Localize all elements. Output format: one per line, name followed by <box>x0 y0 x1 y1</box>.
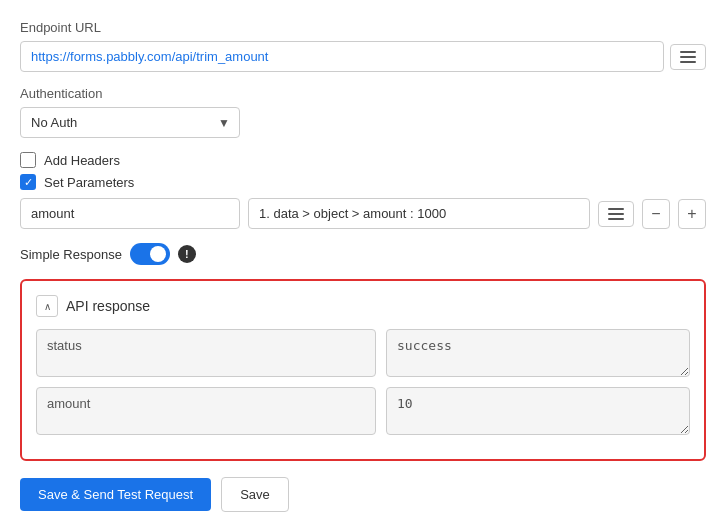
collapse-button[interactable]: ∧ <box>36 295 58 317</box>
simple-response-row: Simple Response ! <box>20 243 706 265</box>
remove-param-button[interactable]: − <box>642 199 670 229</box>
api-response-title: API response <box>66 298 150 314</box>
endpoint-input[interactable] <box>20 41 664 72</box>
add-param-button[interactable]: + <box>678 199 706 229</box>
set-parameters-row: ✓ Set Parameters <box>20 174 706 190</box>
param-value-input[interactable] <box>248 198 590 229</box>
add-headers-row: Add Headers <box>20 152 706 168</box>
simple-response-label: Simple Response <box>20 247 122 262</box>
response-key-0: status <box>36 329 376 377</box>
param-key-input[interactable] <box>20 198 240 229</box>
api-response-box: ∧ API response status success amount 10 <box>20 279 706 461</box>
response-row-0: status success <box>36 329 690 377</box>
auth-select-wrapper: No Auth ▼ <box>20 107 240 138</box>
hamburger-icon <box>608 208 624 220</box>
endpoint-label: Endpoint URL <box>20 20 706 35</box>
add-headers-label: Add Headers <box>44 153 120 168</box>
simple-response-toggle[interactable] <box>130 243 170 265</box>
authentication-label: Authentication <box>20 86 706 101</box>
checkboxes-section: Add Headers ✓ Set Parameters − + <box>20 152 706 229</box>
api-response-header: ∧ API response <box>36 295 690 317</box>
save-send-button[interactable]: Save & Send Test Request <box>20 478 211 511</box>
info-icon[interactable]: ! <box>178 245 196 263</box>
endpoint-menu-button[interactable] <box>670 44 706 70</box>
hamburger-icon <box>680 51 696 63</box>
param-menu-button[interactable] <box>598 201 634 227</box>
save-button[interactable]: Save <box>221 477 289 512</box>
buttons-row: Save & Send Test Request Save <box>20 477 706 512</box>
endpoint-section: Endpoint URL <box>20 20 706 72</box>
set-parameters-label: Set Parameters <box>44 175 134 190</box>
authentication-section: Authentication No Auth ▼ <box>20 86 706 138</box>
response-value-0[interactable]: success <box>386 329 690 377</box>
set-parameters-checked-icon: ✓ <box>20 174 36 190</box>
params-row: − + <box>20 198 706 229</box>
endpoint-row <box>20 41 706 72</box>
response-value-1[interactable]: 10 <box>386 387 690 435</box>
auth-select[interactable]: No Auth <box>20 107 240 138</box>
add-headers-checkbox[interactable] <box>20 152 36 168</box>
toggle-slider <box>130 243 170 265</box>
response-key-1: amount <box>36 387 376 435</box>
response-row-1: amount 10 <box>36 387 690 435</box>
